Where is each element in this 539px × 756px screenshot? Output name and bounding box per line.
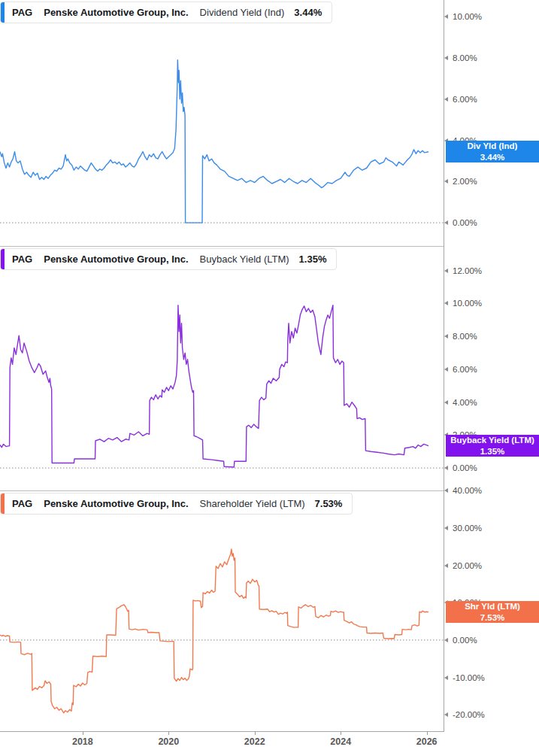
y-axis-tick-label: 12.00% (453, 266, 482, 275)
y-axis-tick: 6.00% (444, 96, 477, 103)
badge-label: Buyback Yield (LTM) (450, 435, 534, 445)
y-axis-tick-label: -10.00% (453, 673, 485, 682)
y-axis-tick: 10.00% (444, 299, 482, 307)
tick-arrow-icon (444, 563, 448, 568)
tick-arrow-icon (444, 14, 448, 19)
company-name: Penske Automotive Group, Inc. (44, 7, 188, 18)
last-value-badge-buyback-yld: Buyback Yield (LTM) 1.35% (446, 435, 539, 457)
y-axis-tick-label: 0.00% (453, 463, 477, 472)
x-axis-year-label: 2020 (158, 736, 179, 747)
badge-label: Shr Yld (LTM) (465, 601, 520, 612)
metric-name: Buyback Yield (LTM) (200, 254, 289, 265)
panel-separator (0, 490, 444, 491)
tick-arrow-icon (444, 56, 448, 60)
y-axis-tick: 30.00% (444, 524, 482, 532)
last-value-badge-shr-yld: Shr Yld (LTM) 7.53% (446, 601, 539, 623)
badge-value: 1.35% (480, 446, 505, 457)
y-axis-tick-label: 4.00% (453, 398, 477, 407)
ticker-symbol: PAG (12, 498, 32, 509)
y-axis-tick-label: 0.00% (453, 636, 477, 645)
series-color-stripe (1, 493, 5, 514)
tick-arrow-icon (444, 97, 448, 102)
shareholder-yield-chart[interactable] (0, 490, 444, 731)
buyback-yield-chart[interactable] (0, 246, 444, 490)
series-line (0, 305, 428, 467)
y-axis-tick-label: 10.00% (453, 12, 482, 21)
tick-arrow-icon (444, 301, 448, 305)
x-axis-year-label: 2018 (72, 736, 93, 747)
x-axis-tick (83, 731, 83, 735)
series-legend-buyback-yield[interactable]: PAG Penske Automotive Group, Inc. Buybac… (0, 248, 337, 270)
y-axis-tick: 8.00% (444, 332, 477, 340)
y-axis-tick: 10.00% (444, 13, 482, 20)
tick-arrow-icon (444, 488, 448, 493)
series-line (0, 549, 428, 713)
x-axis-tick (255, 731, 256, 735)
series-legend-shareholder-yield[interactable]: PAG Penske Automotive Group, Inc. Shareh… (0, 493, 353, 515)
x-axis-year-label: 2022 (244, 736, 265, 747)
y-axis-tick: 40.00% (444, 487, 482, 494)
x-axis-year-label: 2026 (416, 736, 438, 747)
panel-separator (0, 246, 444, 247)
tick-arrow-icon (444, 334, 448, 339)
series-legend-dividend-yield[interactable]: PAG Penske Automotive Group, Inc. Divide… (0, 2, 332, 23)
tick-arrow-icon (444, 526, 448, 530)
y-axis-line (444, 0, 444, 732)
x-axis-tick (341, 731, 341, 735)
tick-arrow-icon (444, 179, 448, 184)
y-axis-tick: 20.00% (444, 562, 482, 569)
metric-name: Shareholder Yield (LTM) (200, 498, 305, 509)
y-axis-tick: 0.00% (444, 636, 477, 644)
dividend-yield-chart[interactable] (0, 0, 444, 246)
last-value-badge-div-yld: Div Yld (Ind) 3.44% (446, 141, 539, 162)
y-axis-tick-label: 6.00% (453, 95, 477, 104)
series-color-stripe (1, 249, 5, 269)
y-axis-tick: 8.00% (444, 54, 477, 62)
y-axis-tick-label: 10.00% (453, 299, 482, 308)
tick-arrow-icon (444, 220, 448, 225)
tick-arrow-icon (444, 712, 448, 717)
x-axis-line (0, 731, 444, 732)
y-axis-tick-label: 0.00% (453, 218, 477, 227)
y-axis-tick-label: 6.00% (453, 365, 477, 374)
tick-arrow-icon (444, 269, 448, 273)
tick-arrow-icon (444, 466, 448, 470)
y-axis-tick-label: 2.00% (453, 177, 477, 186)
y-axis-tick-label: 8.00% (453, 53, 477, 62)
y-axis-tick: 0.00% (444, 464, 477, 472)
x-axis-year-label: 2024 (330, 736, 351, 747)
metric-value: 7.53% (315, 498, 343, 509)
company-name: Penske Automotive Group, Inc. (44, 498, 188, 509)
series-color-stripe (1, 2, 5, 23)
metric-value: 3.44% (294, 7, 322, 18)
tick-arrow-icon (444, 676, 448, 680)
metric-value: 1.35% (299, 254, 327, 265)
y-axis-tick: -10.00% (444, 674, 485, 682)
badge-label: Div Yld (Ind) (468, 141, 518, 151)
y-axis-tick-label: 8.00% (453, 332, 477, 341)
tick-arrow-icon (444, 400, 448, 405)
tick-arrow-icon (444, 638, 448, 642)
badge-value: 7.53% (480, 612, 505, 623)
y-axis-tick: 0.00% (444, 219, 477, 226)
y-axis-tick: -20.00% (444, 711, 485, 718)
y-axis-tick: 4.00% (444, 399, 477, 406)
ticker-symbol: PAG (12, 7, 32, 18)
y-axis-tick-label: 30.00% (453, 524, 482, 533)
y-axis-tick-label: 20.00% (453, 561, 482, 570)
y-axis-tick-label: -20.00% (453, 710, 485, 719)
x-axis-tick (168, 731, 169, 735)
y-axis-tick: 2.00% (444, 178, 477, 185)
metric-name: Dividend Yield (Ind) (200, 7, 285, 18)
series-line (0, 60, 428, 223)
company-name: Penske Automotive Group, Inc. (44, 254, 188, 265)
tick-arrow-icon (444, 367, 448, 372)
y-axis-tick: 6.00% (444, 366, 477, 373)
ticker-symbol: PAG (12, 254, 32, 265)
y-axis-tick-label: 40.00% (453, 486, 482, 495)
y-axis-tick: 12.00% (444, 267, 482, 275)
badge-value: 3.44% (480, 152, 505, 162)
multi-chart-canvas: PAG Penske Automotive Group, Inc. Divide… (0, 0, 539, 756)
x-axis-tick (427, 731, 428, 735)
